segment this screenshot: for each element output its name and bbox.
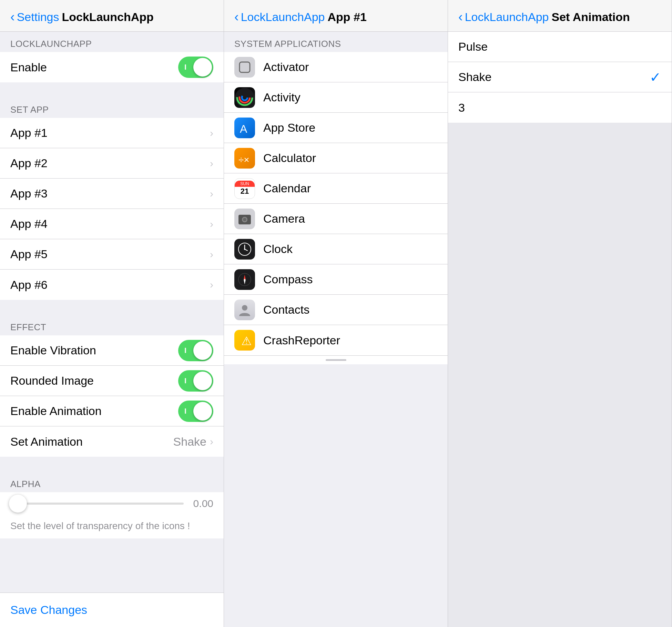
back-button-3[interactable]: ‹ LockLaunchApp	[458, 10, 549, 24]
alpha-slider-track	[10, 503, 184, 505]
activator-icon	[234, 57, 255, 78]
compass-icon	[234, 269, 255, 290]
app-list-item-activity[interactable]: Activity	[224, 82, 448, 113]
rounded-image-row: Rounded Image	[0, 366, 224, 396]
svg-text:A: A	[240, 123, 247, 135]
app4-row[interactable]: App #4 ›	[0, 209, 224, 239]
svg-point-18	[244, 279, 245, 280]
section-header-locklaunchapp: LOCKLAUNCHAPP	[0, 32, 224, 52]
app5-row[interactable]: App #5 ›	[0, 239, 224, 270]
enable-group: Enable	[0, 52, 224, 82]
nav-title-2: App #1	[328, 10, 367, 24]
app-list-item-camera[interactable]: Camera	[224, 204, 448, 234]
animation-empty-area	[448, 123, 672, 627]
app-list-item-calendar[interactable]: SUN 21 Calendar	[224, 173, 448, 204]
app-list-item-compass[interactable]: Compass	[224, 264, 448, 295]
rounded-image-label: Rounded Image	[10, 374, 178, 387]
clock-icon	[234, 239, 255, 260]
back-button-1[interactable]: ‹ Settings	[10, 10, 59, 24]
app-list-item-appstore[interactable]: A App Store	[224, 113, 448, 143]
app4-chevron-icon: ›	[210, 218, 213, 230]
anim-3-label: 3	[458, 101, 661, 114]
back-button-2[interactable]: ‹ LockLaunchApp	[234, 10, 325, 24]
app1-row[interactable]: App #1 ›	[0, 118, 224, 148]
activator-name: Activator	[263, 60, 309, 74]
animation-list-group: Pulse Shake ✓ 3	[448, 32, 672, 123]
app2-chevron-icon: ›	[210, 158, 213, 169]
app1-label: App #1	[10, 126, 210, 140]
anim-row-shake[interactable]: Shake ✓	[448, 62, 672, 92]
app-list-item-contacts[interactable]: Contacts	[224, 295, 448, 325]
set-animation-row[interactable]: Set Animation Shake ›	[0, 426, 224, 457]
vibration-row: Enable Vibration	[0, 335, 224, 366]
anim-row-pulse[interactable]: Pulse	[448, 32, 672, 62]
section-header-setapp: SET APP	[0, 98, 224, 118]
effect-group: Enable Vibration Rounded Image Enable An…	[0, 335, 224, 457]
app5-chevron-icon: ›	[210, 249, 213, 260]
app1-chevron-icon: ›	[210, 127, 213, 139]
anim-row-3[interactable]: 3	[448, 92, 672, 123]
svg-rect-0	[240, 62, 250, 72]
app-list-item-activator[interactable]: Activator	[224, 52, 448, 82]
contacts-name: Contacts	[263, 303, 309, 316]
spacer-2	[0, 300, 224, 315]
panel-locklaunchapp: ‹ Settings LockLaunchApp LOCKLAUNCHAPP E…	[0, 0, 224, 627]
spacer-3	[0, 457, 224, 472]
enable-label: Enable	[10, 61, 178, 74]
chevron-left-icon-2: ‹	[234, 10, 239, 24]
rounded-image-toggle[interactable]	[178, 370, 213, 392]
app6-label: App #6	[10, 278, 210, 292]
crashreporter-name: CrashReporter	[263, 334, 340, 347]
setapp-group: App #1 › App #2 › App #3 › App #4 › App …	[0, 118, 224, 300]
set-animation-value: Shake	[173, 435, 206, 448]
app4-label: App #4	[10, 217, 210, 231]
app5-label: App #5	[10, 247, 210, 261]
app3-label: App #3	[10, 187, 210, 200]
section-header-effect: EFFECT	[0, 315, 224, 335]
alpha-slider-row: 0.00	[0, 492, 224, 515]
anim-pulse-label: Pulse	[458, 40, 661, 53]
appstore-icon: A	[234, 118, 255, 138]
chevron-left-icon-3: ‹	[458, 10, 463, 24]
back-label-2: LockLaunchApp	[241, 10, 325, 24]
svg-point-19	[242, 305, 247, 311]
camera-name: Camera	[263, 212, 305, 225]
contacts-icon	[234, 300, 255, 320]
spacer-1	[0, 82, 224, 98]
alpha-slider-thumb[interactable]	[9, 495, 27, 513]
app-list-item-crashreporter[interactable]: ⚠ CrashReporter	[224, 325, 448, 355]
rounded-image-knob	[193, 372, 212, 390]
nav-title-3: Set Animation	[552, 10, 630, 24]
nav-bar-2: ‹ LockLaunchApp App #1	[224, 0, 448, 32]
nav-bar-3: ‹ LockLaunchApp Set Animation	[448, 0, 672, 32]
panel-app1: ‹ LockLaunchApp App #1 SYSTEM APPLICATIO…	[224, 0, 448, 627]
svg-text:⚠: ⚠	[241, 334, 252, 347]
camera-icon	[234, 209, 255, 229]
set-animation-label: Set Animation	[10, 435, 173, 448]
back-label-3: LockLaunchApp	[465, 10, 549, 24]
panel1-scroll: LOCKLAUNCHAPP Enable SET APP App #1 › Ap…	[0, 32, 224, 627]
anim-shake-label: Shake	[458, 70, 650, 84]
set-animation-chevron-icon: ›	[210, 436, 213, 447]
alpha-slider-value: 0.00	[189, 498, 213, 509]
enable-animation-label: Enable Animation	[10, 404, 178, 418]
app6-row[interactable]: App #6 ›	[0, 270, 224, 300]
app3-row[interactable]: App #3 ›	[0, 179, 224, 209]
svg-text:÷×: ÷×	[238, 154, 250, 165]
svg-point-14	[244, 249, 245, 250]
activity-name: Activity	[263, 91, 301, 104]
app2-row[interactable]: App #2 ›	[0, 148, 224, 179]
crashreporter-icon: ⚠	[234, 330, 255, 351]
enable-animation-row: Enable Animation	[0, 396, 224, 426]
vibration-toggle[interactable]	[178, 340, 213, 361]
enable-animation-toggle[interactable]	[178, 401, 213, 422]
app-list-item-calculator[interactable]: ÷× Calculator	[224, 143, 448, 173]
panel-set-animation: ‹ LockLaunchApp Set Animation Pulse Shak…	[448, 0, 672, 627]
section-header-sysapps: SYSTEM APPLICATIONS	[224, 32, 448, 52]
save-changes-button[interactable]: Save Changes	[10, 603, 87, 617]
enable-toggle[interactable]	[178, 57, 213, 78]
vibration-knob	[193, 341, 212, 360]
appstore-name: App Store	[263, 121, 315, 134]
app-list-item-clock[interactable]: Clock	[224, 234, 448, 264]
clock-name: Clock	[263, 242, 293, 256]
